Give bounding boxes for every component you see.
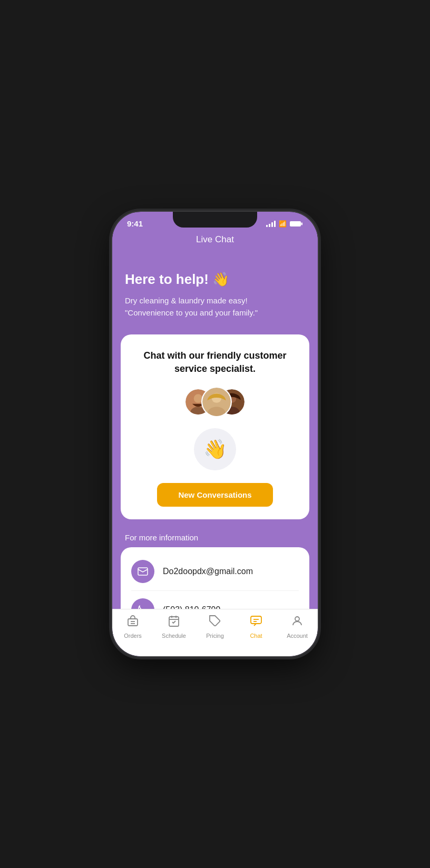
- info-label: For more information: [112, 528, 318, 547]
- phone-device: 9:41 📶 Live Chat: [112, 212, 318, 656]
- tab-bar: Orders Schedule: [112, 609, 318, 656]
- battery-icon: [290, 221, 303, 227]
- schedule-icon: [168, 615, 180, 630]
- svg-rect-20: [251, 616, 261, 624]
- pricing-icon: [209, 615, 221, 630]
- status-icons: 📶: [266, 220, 303, 228]
- hero-title: Here to help! 👋: [125, 271, 305, 288]
- email-row[interactable]: Do2doopdx@gmail.com: [131, 553, 299, 590]
- tab-account[interactable]: Account: [277, 615, 318, 639]
- time-display: 9:41: [127, 219, 143, 228]
- tab-orders[interactable]: Orders: [112, 615, 153, 639]
- wave-emoji-circle: 👋: [194, 428, 236, 470]
- tab-schedule[interactable]: Schedule: [153, 615, 194, 639]
- chat-label: Chat: [250, 633, 262, 639]
- chat-card: Chat with our friendly customer service …: [121, 334, 309, 519]
- notch: [173, 212, 257, 228]
- tab-chat[interactable]: Chat: [236, 615, 277, 639]
- wave-emoji: 👋: [203, 438, 227, 460]
- chat-icon: [250, 615, 262, 630]
- svg-rect-1: [301, 222, 303, 225]
- page-header: Live Chat: [112, 230, 318, 255]
- wifi-icon: 📶: [279, 220, 287, 228]
- page-content: Live Chat Here to help! 👋 Dry cleaning &…: [112, 230, 318, 627]
- pricing-label: Pricing: [206, 633, 224, 639]
- header-title: Live Chat: [196, 234, 234, 244]
- schedule-label: Schedule: [162, 633, 186, 639]
- svg-point-23: [295, 617, 299, 621]
- phone-screen: 9:41 📶 Live Chat: [112, 212, 318, 656]
- svg-rect-0: [290, 221, 301, 226]
- email-text: Do2doopdx@gmail.com: [163, 567, 253, 576]
- agent-avatars: [131, 386, 299, 418]
- signal-icon: [266, 221, 276, 227]
- agent-avatar-2: [201, 387, 232, 417]
- svg-rect-11: [138, 568, 148, 575]
- new-conversations-button[interactable]: New Conversations: [157, 483, 273, 507]
- chat-card-title: Chat with our friendly customer service …: [131, 349, 299, 376]
- svg-rect-12: [128, 619, 138, 626]
- svg-rect-15: [169, 617, 179, 626]
- email-icon: [131, 560, 154, 583]
- tab-pricing[interactable]: Pricing: [194, 615, 236, 639]
- account-icon: [291, 615, 304, 630]
- orders-icon: [126, 615, 139, 630]
- hero-subtitle: Dry cleaning & laundry made easy! "Conve…: [125, 295, 305, 319]
- hero-section: Here to help! 👋 Dry cleaning & laundry m…: [112, 255, 318, 329]
- account-label: Account: [287, 633, 308, 639]
- orders-label: Orders: [124, 633, 142, 639]
